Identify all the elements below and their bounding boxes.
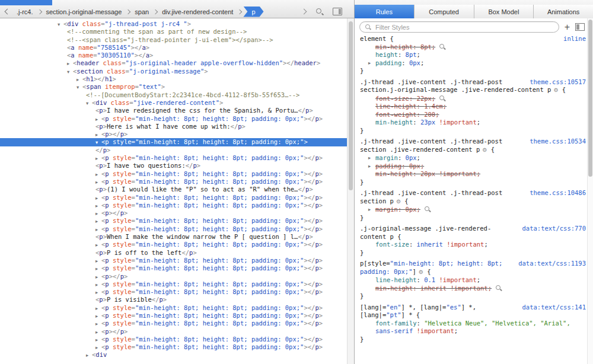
expand-icon[interactable]: ▸	[95, 289, 101, 296]
expand-icon[interactable]: ▸	[368, 162, 371, 171]
property-value[interactable]: 20px	[420, 170, 435, 177]
rule-source-link[interactable]: theme.css:10517	[530, 78, 586, 87]
dom-tree-row[interactable]: ▸<p style="min-height: 8pt; height: 8pt;…	[0, 241, 354, 248]
dom-tree-row[interactable]: ▸<div	[0, 351, 354, 359]
pseudo-class-panel-icon[interactable]	[575, 23, 585, 31]
breadcrumb-item-section-j-original-message[interactable]: section.j-original-message	[43, 7, 125, 17]
breadcrumb-scroll-left-icon[interactable]	[5, 9, 11, 15]
property-value[interactable]: 1.4em	[424, 103, 443, 110]
expand-icon[interactable]: ▸	[95, 344, 101, 352]
breadcrumb-item-div-jive-rendered-content[interactable]: div.jive-rendered-content	[159, 7, 236, 17]
dom-tree-row[interactable]: ▸<p></p>	[0, 209, 354, 217]
magnifier-icon[interactable]	[439, 95, 446, 101]
expand-icon[interactable]: ▸	[95, 257, 101, 265]
add-rule-button[interactable]: +	[565, 23, 570, 31]
rule-selector[interactable]: .j-thread .jive-content .j-thread-post s…	[360, 138, 502, 153]
property-value[interactable]: !important	[435, 119, 477, 126]
magnifier-icon[interactable]	[424, 206, 431, 212]
css-declaration[interactable]: line-height: 1.4em;	[360, 103, 586, 111]
property-name[interactable]: line-height	[375, 276, 417, 283]
collapse-icon[interactable]: ▾	[76, 84, 82, 91]
property-name[interactable]: padding	[375, 162, 401, 170]
css-declaration[interactable]: font-size: 22px;	[360, 95, 586, 103]
tab-computed[interactable]: Computed	[414, 5, 474, 18]
rule-source-link[interactable]: theme.css:10534	[530, 138, 586, 146]
dom-tree-row[interactable]: ▸<header class="js-original-header apple…	[0, 59, 354, 67]
dom-tree-row[interactable]: ▸<p></p>	[0, 328, 354, 336]
expand-icon[interactable]: ▸	[95, 178, 101, 186]
rule-source-link[interactable]: data:text/css:1193	[518, 260, 586, 268]
breadcrumb-item-p[interactable]: p	[243, 7, 263, 17]
expand-icon[interactable]: ▸	[67, 60, 73, 68]
expand-icon[interactable]: ▸	[95, 131, 101, 139]
breadcrumb-item-span[interactable]: span	[132, 7, 152, 17]
breadcrumb-item-j-rc4[interactable]: .j-rc4.	[14, 7, 36, 17]
property-name[interactable]: min-height	[375, 285, 413, 292]
expand-icon[interactable]: ▸	[95, 265, 101, 273]
dom-tree-row[interactable]: <!--commenting the span as part of new d…	[0, 28, 354, 36]
styles-scrollbar-thumb[interactable]	[588, 20, 592, 177]
dom-tree-row[interactable]: ▾<section class="j-original-message">	[0, 68, 354, 75]
property-value[interactable]: !important	[413, 327, 454, 334]
collapse-icon[interactable]: ▾	[86, 100, 92, 107]
magnifier-icon[interactable]	[495, 285, 502, 291]
dom-tree-row-selected[interactable]: ▾<p style="min-height: 8pt; height: 8pt;…	[0, 138, 354, 146]
expand-icon[interactable]: ▸	[95, 312, 101, 320]
property-name[interactable]: margin	[375, 206, 398, 213]
expand-icon[interactable]: ▸	[95, 226, 101, 234]
dom-tree-row[interactable]: ▸<p style="min-height: 8pt; height: 8pt;…	[0, 320, 354, 327]
dom-tree-row[interactable]: ▾<span itemprop="text">	[0, 83, 354, 91]
property-name[interactable]: min-height	[375, 43, 413, 50]
property-name[interactable]: padding	[375, 59, 401, 66]
dom-tree-row[interactable]: ▸<p style="min-height: 8pt; height: 8pt;…	[0, 154, 354, 162]
css-declaration[interactable]: font-family: "Helvetica Neue", "Helvetic…	[360, 320, 586, 336]
rule-gear-icon[interactable]: ⚙	[419, 269, 423, 275]
dom-tree-row[interactable]: ▸<p style="min-height: 8pt; height: 8pt;…	[0, 115, 354, 123]
css-declaration[interactable]: height: 8pt;	[360, 51, 586, 59]
dom-tree-row[interactable]: <p>I have two questions:</p>	[0, 162, 354, 170]
expand-icon[interactable]: ▸	[95, 336, 101, 344]
property-value[interactable]: 23px	[420, 119, 435, 126]
rule-source-link[interactable]: data:text/css:770	[522, 225, 586, 233]
expand-icon[interactable]: ▸	[368, 154, 371, 162]
dom-tree-row[interactable]: ▸<p style="min-height: 8pt; height: 8pt;…	[0, 178, 354, 186]
css-declaration[interactable]: ▸margin: 0px;	[360, 206, 586, 214]
dom-tree-row[interactable]: ▸<p style="min-height: 8pt; height: 8pt;…	[0, 343, 354, 351]
collapse-icon[interactable]: ▾	[67, 68, 73, 76]
chevron-right-icon[interactable]	[301, 9, 307, 15]
dom-tree-row[interactable]: <a name="30305110"></a>	[0, 52, 354, 59]
property-name[interactable]: line-height	[375, 103, 417, 110]
expand-icon[interactable]: ▸	[95, 210, 101, 218]
dom-tree-row[interactable]: ▸<p style="min-height: 8pt; height: 8pt;…	[0, 170, 354, 178]
property-value[interactable]: inherit	[420, 285, 447, 292]
css-declaration[interactable]: font-size: inherit !important;	[360, 241, 586, 249]
rule-selector[interactable]: .j-original-message .jive-rendered-conte…	[360, 225, 491, 240]
dom-tree-row[interactable]: ▸<p style="min-height: 8pt; height: 8pt;…	[0, 288, 354, 296]
dom-tree-row[interactable]: ▸<p style="min-height: 8pt; height: 8pt;…	[0, 225, 354, 233]
filter-styles-input[interactable]	[374, 23, 554, 31]
property-value[interactable]: 22px	[417, 95, 432, 102]
expand-icon[interactable]: ▸	[95, 202, 101, 210]
dom-tree-row[interactable]: ▸<p style="min-height: 8pt; height: 8pt;…	[0, 280, 354, 288]
dom-tree-row[interactable]: <!--<span class="j-thread-pointer j-ui-e…	[0, 36, 354, 44]
expand-icon[interactable]: ▸	[95, 116, 101, 123]
property-value[interactable]: !important	[435, 276, 477, 283]
property-value[interactable]: 8pt	[406, 51, 417, 58]
property-name[interactable]: min-height	[375, 119, 413, 126]
expand-icon[interactable]: ▸	[86, 352, 92, 359]
tab-rules[interactable]: Rules	[355, 5, 414, 18]
dom-tree-row[interactable]: ▸<p style="min-height: 8pt; height: 8pt;…	[0, 202, 354, 209]
dom-tree-row[interactable]: ▾<div class="jive-rendered-content">	[0, 99, 354, 107]
expand-icon[interactable]: ▸	[95, 281, 101, 289]
property-value[interactable]: 0px	[406, 154, 417, 161]
css-declaration[interactable]: ▸padding: 0px;	[360, 59, 586, 68]
dom-tree-row[interactable]: </p>	[0, 146, 354, 154]
dom-tree-row[interactable]: ▸<p style="min-height: 8pt; height: 8pt;…	[0, 336, 354, 343]
property-value[interactable]: 8pt	[420, 43, 432, 50]
dom-tree-row[interactable]: ▸<p></p>	[0, 130, 354, 138]
property-value[interactable]: "Helvetica Neue",	[424, 320, 487, 327]
property-name[interactable]: font-size	[375, 95, 409, 102]
property-name[interactable]: font-family	[375, 320, 417, 327]
css-declaration[interactable]: ▸margin: 0px;	[360, 154, 586, 162]
dom-tree-row[interactable]: <p>When I make the window narrow the P […	[0, 233, 354, 241]
